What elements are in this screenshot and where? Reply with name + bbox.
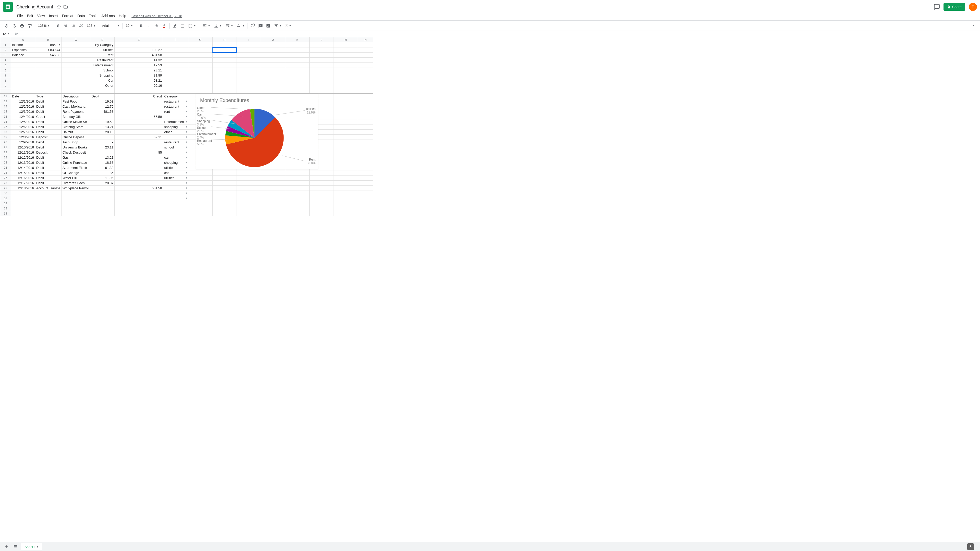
cell-G2[interactable] <box>188 48 212 52</box>
cell-F9[interactable] <box>163 83 188 88</box>
cell-I2[interactable] <box>237 48 261 52</box>
cell-N1[interactable] <box>358 42 373 48</box>
cell-B24[interactable]: Debit <box>35 160 62 165</box>
dropdown-arrow-icon[interactable]: ▼ <box>185 146 188 148</box>
row-head-17[interactable]: 17 <box>0 124 11 129</box>
cell-L26[interactable] <box>309 170 334 175</box>
cell-K26[interactable] <box>285 170 309 175</box>
cell-L5[interactable] <box>309 63 334 68</box>
percent-button[interactable]: % <box>62 22 69 29</box>
row-head-8[interactable]: 8 <box>0 78 11 83</box>
cell-D24[interactable]: 18.68 <box>90 160 115 165</box>
col-head-E[interactable]: E <box>115 37 163 42</box>
cell-M24[interactable] <box>334 160 358 165</box>
cell-F8[interactable] <box>163 78 188 83</box>
cell-D10[interactable] <box>90 88 115 94</box>
cell-M9[interactable] <box>334 83 358 88</box>
cell-C7[interactable] <box>61 73 90 78</box>
cell-A18[interactable]: 12/7/2016 <box>11 129 35 135</box>
cell-N15[interactable] <box>358 114 373 119</box>
cell-C8[interactable] <box>61 78 90 83</box>
cell-K31[interactable] <box>285 196 309 201</box>
cell-M2[interactable] <box>334 48 358 52</box>
col-head-M[interactable]: M <box>334 37 358 42</box>
cell-B11[interactable]: Type <box>35 94 62 99</box>
cell-G7[interactable] <box>188 73 212 78</box>
row-head-11[interactable]: 11 <box>0 94 11 99</box>
cell-E22[interactable]: 85 <box>115 150 163 155</box>
share-button[interactable]: Share <box>943 3 965 11</box>
row-head-18[interactable]: 18 <box>0 129 11 135</box>
cell-B12[interactable]: Debit <box>35 99 62 104</box>
star-icon[interactable] <box>57 5 61 9</box>
cell-E17[interactable] <box>115 124 163 129</box>
cell-F3[interactable] <box>163 52 188 58</box>
cell-M7[interactable] <box>334 73 358 78</box>
comments-icon[interactable] <box>934 4 940 10</box>
cell-K10[interactable] <box>285 88 309 94</box>
cell-I33[interactable] <box>237 206 261 211</box>
cell-J3[interactable] <box>261 52 285 58</box>
cell-B23[interactable]: Debit <box>35 155 62 160</box>
sheets-logo[interactable] <box>3 2 13 12</box>
row-head-28[interactable]: 28 <box>0 180 11 186</box>
dropdown-arrow-icon[interactable]: ▼ <box>185 182 188 184</box>
text-color-button[interactable]: A <box>161 22 168 29</box>
cell-H26[interactable] <box>212 170 237 175</box>
cell-A3[interactable]: Balance <box>11 52 35 58</box>
cell-I9[interactable] <box>237 83 261 88</box>
cell-M21[interactable] <box>334 144 358 150</box>
cell-C4[interactable] <box>61 58 90 63</box>
dropdown-arrow-icon[interactable]: ▼ <box>185 130 188 133</box>
cell-D29[interactable] <box>90 186 115 191</box>
dropdown-arrow-icon[interactable]: ▼ <box>185 121 188 123</box>
explore-button[interactable] <box>967 543 974 550</box>
cell-D2[interactable]: utilities <box>90 48 115 52</box>
cell-M17[interactable] <box>334 124 358 129</box>
dropdown-arrow-icon[interactable]: ▼ <box>185 125 188 128</box>
dropdown-arrow-icon[interactable]: ▼ <box>185 115 188 118</box>
cell-D7[interactable]: Shopping <box>90 73 115 78</box>
cell-H10[interactable] <box>212 88 237 94</box>
cell-E28[interactable] <box>115 180 163 186</box>
cell-G8[interactable] <box>188 78 212 83</box>
cell-C20[interactable]: Taco Shop <box>61 140 90 144</box>
cell-M31[interactable] <box>334 196 358 201</box>
cell-C30[interactable] <box>61 191 90 196</box>
cell-K6[interactable] <box>285 68 309 73</box>
cell-M11[interactable] <box>334 94 358 99</box>
dropdown-arrow-icon[interactable]: ▼ <box>185 151 188 154</box>
dropdown-arrow-icon[interactable]: ▼ <box>185 141 188 143</box>
cell-E26[interactable] <box>115 170 163 175</box>
cell-L28[interactable] <box>309 180 334 186</box>
cell-A14[interactable]: 12/3/2016 <box>11 109 35 114</box>
cell-K2[interactable] <box>285 48 309 52</box>
cell-J6[interactable] <box>261 68 285 73</box>
row-head-16[interactable]: 16 <box>0 119 11 124</box>
cell-D31[interactable] <box>90 196 115 201</box>
cell-M19[interactable] <box>334 135 358 140</box>
cell-M15[interactable] <box>334 114 358 119</box>
dropdown-arrow-icon[interactable]: ▼ <box>185 105 188 108</box>
cell-D15[interactable] <box>90 114 115 119</box>
cell-H5[interactable] <box>212 63 237 68</box>
col-head-A[interactable]: A <box>11 37 35 42</box>
cell-A2[interactable]: Expenses <box>11 48 35 52</box>
collapse-toolbar-button[interactable] <box>970 22 977 29</box>
cell-K4[interactable] <box>285 58 309 63</box>
cell-E8[interactable]: 98.21 <box>115 78 163 83</box>
cell-F22[interactable]: ▼ <box>163 150 188 155</box>
cell-I5[interactable] <box>237 63 261 68</box>
cell-C25[interactable]: Apartment Electr <box>61 165 90 170</box>
cell-A27[interactable]: 12/16/2016 <box>11 175 35 180</box>
cell-H8[interactable] <box>212 78 237 83</box>
dropdown-arrow-icon[interactable]: ▼ <box>185 187 188 189</box>
cell-L33[interactable] <box>309 206 334 211</box>
cell-B25[interactable]: Debit <box>35 165 62 170</box>
row-head-34[interactable]: 34 <box>0 211 11 216</box>
cell-M33[interactable] <box>334 206 358 211</box>
cell-J5[interactable] <box>261 63 285 68</box>
cell-F21[interactable]: school▼ <box>163 144 188 150</box>
filter-button[interactable]: ▼ <box>272 22 283 29</box>
cell-K27[interactable] <box>285 175 309 180</box>
